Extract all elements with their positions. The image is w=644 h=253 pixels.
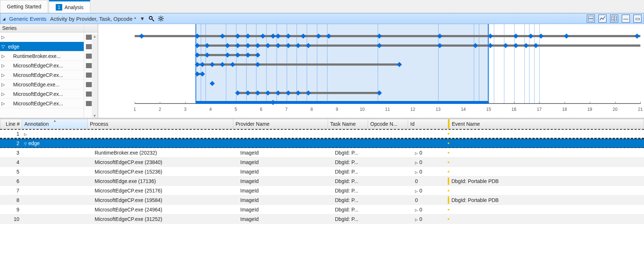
series-item[interactable]: ▷MicrosoftEdgeCP.ex... — [0, 61, 84, 70]
tab-label: Analysis — [64, 4, 83, 10]
series-item[interactable]: ▷MicrosoftEdge.exe... — [0, 80, 84, 89]
table-row[interactable]: 4MicrosoftEdgeCP.exe (23840)ImageIdDbgId… — [0, 157, 644, 167]
series-item[interactable]: ▷RuntimeBroker.exe... — [0, 51, 84, 61]
timeline-track — [135, 69, 640, 79]
timeline-track — [135, 88, 640, 98]
series-item[interactable]: ▷MicrosoftEdgeCP.ex... — [0, 70, 84, 80]
svg-rect-11 — [588, 16, 593, 18]
table-row[interactable]: 3RuntimeBroker.exe (20232)ImageIdDbgId: … — [0, 148, 644, 157]
series-item[interactable]: ▷MicrosoftEdgeCP.ex... — [0, 89, 84, 99]
timeline-track — [135, 50, 640, 60]
series-scrollbar[interactable]: ▲▼ — [92, 34, 98, 118]
timeline-track — [135, 79, 640, 88]
table-row[interactable]: 7MicrosoftEdgeCP.exe (25176)ImageIdDbgId… — [0, 186, 644, 195]
collapse-toggle[interactable]: ◢ — [3, 17, 5, 21]
minimize-button[interactable]: — — [622, 15, 630, 23]
table-row[interactable]: 6MicrosoftEdge.exe (17136)ImageIdDbgId: … — [0, 176, 644, 186]
col-process[interactable]: Process — [88, 119, 233, 129]
series-panel: Series ▷▽edge▷RuntimeBroker.exe...▷Micro… — [0, 24, 98, 118]
series-item[interactable]: ▽edge — [0, 42, 84, 51]
view-table-button[interactable] — [610, 15, 618, 23]
toolbar-title: Generic Events — [9, 16, 47, 22]
table-row[interactable]: 1▷ — [0, 129, 644, 139]
view-both-button[interactable] — [587, 15, 595, 23]
toolbar-subtitle: Activity by Provider, Task, Opcode * — [50, 16, 137, 22]
timeline-track — [135, 60, 640, 69]
tab-bar: Getting Started 1 Analysis — [0, 0, 644, 13]
svg-line-9 — [159, 20, 159, 21]
svg-line-10 — [162, 16, 163, 17]
tab-getting-started[interactable]: Getting Started — [0, 0, 48, 13]
series-item[interactable]: ▷MicrosoftEdgeCP.ex... — [0, 99, 84, 108]
svg-line-1 — [152, 19, 154, 21]
table-row[interactable]: 2▽edge — [0, 139, 644, 148]
table-row[interactable]: 9MicrosoftEdgeCP.exe (24964)ImageIdDbgId… — [0, 205, 644, 214]
data-table: Line # Annotation Process Provider Name … — [0, 119, 644, 224]
table-row[interactable]: 8MicrosoftEdgeCP.exe (19584)ImageIdDbgId… — [0, 195, 644, 205]
timeline-track — [135, 31, 640, 41]
svg-line-8 — [162, 20, 163, 21]
svg-line-7 — [159, 16, 159, 17]
time-ruler[interactable]: 123456789101112131415161718192021 — [135, 103, 640, 118]
timeline-graph[interactable]: 123456789101112131415161718192021 — [98, 24, 644, 118]
maximize-button[interactable]: ▭ — [633, 15, 641, 23]
col-id[interactable]: Id — [408, 119, 448, 129]
svg-rect-12 — [588, 19, 593, 21]
col-event[interactable]: Event Name — [448, 119, 644, 129]
col-opcode[interactable]: Opcode N... — [368, 119, 408, 129]
svg-point-2 — [160, 17, 162, 20]
tab-badge: 1 — [56, 4, 62, 11]
gear-icon[interactable] — [158, 16, 164, 22]
table-header: Line # Annotation Process Provider Name … — [0, 119, 644, 129]
series-item[interactable]: ▷ — [0, 32, 84, 42]
col-task[interactable]: Task Name — [328, 119, 368, 129]
col-provider[interactable]: Provider Name — [233, 119, 328, 129]
table-row[interactable]: 5MicrosoftEdgeCP.exe (15236)ImageIdDbgId… — [0, 167, 644, 176]
search-icon[interactable] — [149, 16, 154, 22]
analysis-toolbar: ◢ Generic Events Activity by Provider, T… — [0, 13, 644, 24]
view-graph-button[interactable] — [598, 15, 607, 23]
col-annotation[interactable]: Annotation — [22, 119, 88, 129]
tab-analysis[interactable]: 1 Analysis — [49, 0, 90, 13]
table-row[interactable]: 10MicrosoftEdgeCP.exe (31252)ImageIdDbgI… — [0, 214, 644, 224]
timeline-track — [135, 41, 640, 50]
col-line[interactable]: Line # — [0, 119, 22, 129]
series-header: Series — [0, 24, 84, 32]
tab-label: Getting Started — [7, 4, 41, 9]
svg-point-0 — [149, 16, 152, 19]
preset-dropdown[interactable]: ▼ — [140, 16, 145, 22]
